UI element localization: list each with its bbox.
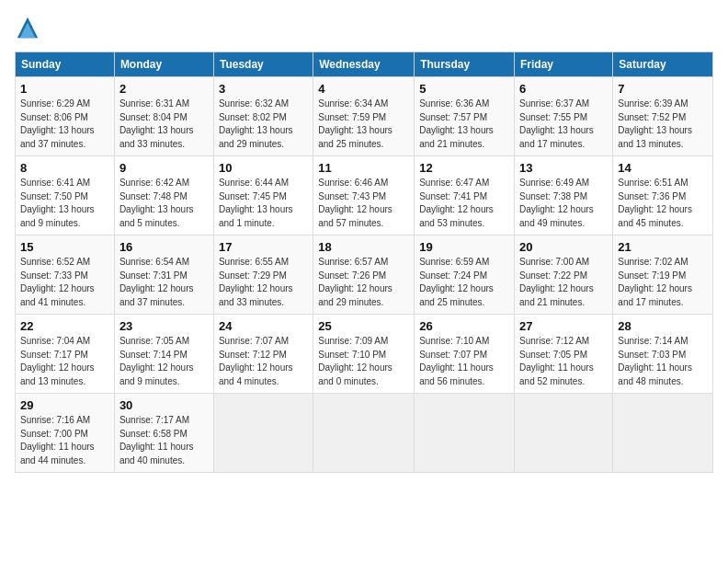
day-detail: Sunrise: 6:54 AM Sunset: 7:31 PM Dayligh… [119,256,209,309]
calendar-cell: 8Sunrise: 6:41 AM Sunset: 7:50 PM Daylig… [16,156,115,236]
week-row-2: 8Sunrise: 6:41 AM Sunset: 7:50 PM Daylig… [16,156,713,236]
calendar-cell: 1Sunrise: 6:29 AM Sunset: 8:06 PM Daylig… [16,77,115,156]
day-detail: Sunrise: 7:10 AM Sunset: 7:07 PM Dayligh… [419,335,509,388]
day-number: 16 [119,240,209,254]
day-detail: Sunrise: 7:16 AM Sunset: 7:00 PM Dayligh… [20,414,109,467]
day-number: 28 [618,319,708,333]
day-detail: Sunrise: 6:37 AM Sunset: 7:55 PM Dayligh… [519,98,608,151]
logo [15,15,44,40]
calendar-cell: 2Sunrise: 6:31 AM Sunset: 8:04 PM Daylig… [114,77,213,156]
day-number: 17 [219,240,308,254]
day-number: 15 [20,240,109,254]
column-header-friday: Friday [515,52,613,77]
day-detail: Sunrise: 6:34 AM Sunset: 7:59 PM Dayligh… [318,98,409,151]
logo-icon [15,15,40,40]
calendar-cell [415,394,515,473]
calendar-cell: 19Sunrise: 6:59 AM Sunset: 7:24 PM Dayli… [415,236,515,315]
calendar-cell [213,394,313,473]
day-number: 4 [318,82,409,96]
day-detail: Sunrise: 6:59 AM Sunset: 7:24 PM Dayligh… [419,256,509,309]
calendar-cell [313,394,415,473]
day-detail: Sunrise: 6:52 AM Sunset: 7:33 PM Dayligh… [20,256,109,309]
day-number: 6 [519,82,608,96]
day-number: 3 [219,82,308,96]
column-header-thursday: Thursday [415,52,515,77]
day-detail: Sunrise: 6:31 AM Sunset: 8:04 PM Dayligh… [119,98,209,151]
day-number: 19 [419,240,509,254]
day-number: 30 [119,398,209,412]
day-number: 11 [318,161,409,175]
day-detail: Sunrise: 7:14 AM Sunset: 7:03 PM Dayligh… [618,335,708,388]
calendar-cell: 27Sunrise: 7:12 AM Sunset: 7:05 PM Dayli… [515,315,613,394]
day-number: 12 [419,161,509,175]
day-detail: Sunrise: 7:05 AM Sunset: 7:14 PM Dayligh… [119,335,209,388]
calendar-cell: 10Sunrise: 6:44 AM Sunset: 7:45 PM Dayli… [213,156,313,236]
day-detail: Sunrise: 6:44 AM Sunset: 7:45 PM Dayligh… [219,177,308,230]
calendar-table: SundayMondayTuesdayWednesdayThursdayFrid… [15,52,713,473]
calendar-cell: 23Sunrise: 7:05 AM Sunset: 7:14 PM Dayli… [114,315,213,394]
day-detail: Sunrise: 6:46 AM Sunset: 7:43 PM Dayligh… [318,177,409,230]
day-number: 26 [419,319,509,333]
day-detail: Sunrise: 7:00 AM Sunset: 7:22 PM Dayligh… [519,256,608,309]
calendar-cell: 24Sunrise: 7:07 AM Sunset: 7:12 PM Dayli… [213,315,313,394]
week-row-3: 15Sunrise: 6:52 AM Sunset: 7:33 PM Dayli… [16,236,713,315]
day-number: 25 [318,319,409,333]
day-number: 29 [20,398,109,412]
calendar-cell: 21Sunrise: 7:02 AM Sunset: 7:19 PM Dayli… [613,236,713,315]
day-detail: Sunrise: 7:07 AM Sunset: 7:12 PM Dayligh… [219,335,308,388]
calendar-cell: 6Sunrise: 6:37 AM Sunset: 7:55 PM Daylig… [515,77,613,156]
calendar-cell: 22Sunrise: 7:04 AM Sunset: 7:17 PM Dayli… [16,315,115,394]
calendar-cell: 26Sunrise: 7:10 AM Sunset: 7:07 PM Dayli… [415,315,515,394]
week-row-4: 22Sunrise: 7:04 AM Sunset: 7:17 PM Dayli… [16,315,713,394]
day-number: 14 [618,161,708,175]
day-detail: Sunrise: 7:12 AM Sunset: 7:05 PM Dayligh… [519,335,608,388]
calendar-cell [613,394,713,473]
calendar-cell: 28Sunrise: 7:14 AM Sunset: 7:03 PM Dayli… [613,315,713,394]
calendar-cell: 12Sunrise: 6:47 AM Sunset: 7:41 PM Dayli… [415,156,515,236]
day-number: 21 [618,240,708,254]
day-detail: Sunrise: 6:42 AM Sunset: 7:48 PM Dayligh… [119,177,209,230]
day-number: 9 [119,161,209,175]
day-detail: Sunrise: 6:32 AM Sunset: 8:02 PM Dayligh… [219,98,308,151]
calendar-cell [515,394,613,473]
calendar-cell: 14Sunrise: 6:51 AM Sunset: 7:36 PM Dayli… [613,156,713,236]
calendar-cell: 4Sunrise: 6:34 AM Sunset: 7:59 PM Daylig… [313,77,415,156]
calendar-cell: 3Sunrise: 6:32 AM Sunset: 8:02 PM Daylig… [213,77,313,156]
calendar-cell: 16Sunrise: 6:54 AM Sunset: 7:31 PM Dayli… [114,236,213,315]
calendar-cell: 13Sunrise: 6:49 AM Sunset: 7:38 PM Dayli… [515,156,613,236]
day-number: 27 [519,319,608,333]
column-header-saturday: Saturday [613,52,713,77]
calendar-cell: 25Sunrise: 7:09 AM Sunset: 7:10 PM Dayli… [313,315,415,394]
day-number: 13 [519,161,608,175]
week-row-5: 29Sunrise: 7:16 AM Sunset: 7:00 PM Dayli… [16,394,713,473]
day-number: 5 [419,82,509,96]
day-detail: Sunrise: 6:39 AM Sunset: 7:52 PM Dayligh… [618,98,708,151]
column-header-tuesday: Tuesday [213,52,313,77]
day-number: 23 [119,319,209,333]
day-detail: Sunrise: 6:36 AM Sunset: 7:57 PM Dayligh… [419,98,509,151]
day-detail: Sunrise: 6:51 AM Sunset: 7:36 PM Dayligh… [618,177,708,230]
calendar-cell: 18Sunrise: 6:57 AM Sunset: 7:26 PM Dayli… [313,236,415,315]
day-number: 22 [20,319,109,333]
calendar-cell: 11Sunrise: 6:46 AM Sunset: 7:43 PM Dayli… [313,156,415,236]
day-detail: Sunrise: 7:02 AM Sunset: 7:19 PM Dayligh… [618,256,708,309]
day-number: 10 [219,161,308,175]
day-detail: Sunrise: 6:55 AM Sunset: 7:29 PM Dayligh… [219,256,308,309]
day-detail: Sunrise: 6:29 AM Sunset: 8:06 PM Dayligh… [20,98,109,151]
page-header [15,15,713,40]
calendar-cell: 7Sunrise: 6:39 AM Sunset: 7:52 PM Daylig… [613,77,713,156]
day-detail: Sunrise: 7:17 AM Sunset: 6:58 PM Dayligh… [119,414,209,467]
day-number: 20 [519,240,608,254]
calendar-cell: 5Sunrise: 6:36 AM Sunset: 7:57 PM Daylig… [415,77,515,156]
day-detail: Sunrise: 7:04 AM Sunset: 7:17 PM Dayligh… [20,335,109,388]
week-row-1: 1Sunrise: 6:29 AM Sunset: 8:06 PM Daylig… [16,77,713,156]
calendar-cell: 30Sunrise: 7:17 AM Sunset: 6:58 PM Dayli… [114,394,213,473]
day-number: 24 [219,319,308,333]
column-header-monday: Monday [114,52,213,77]
calendar-cell: 17Sunrise: 6:55 AM Sunset: 7:29 PM Dayli… [213,236,313,315]
day-number: 7 [618,82,708,96]
day-detail: Sunrise: 6:49 AM Sunset: 7:38 PM Dayligh… [519,177,608,230]
day-number: 2 [119,82,209,96]
calendar-cell: 9Sunrise: 6:42 AM Sunset: 7:48 PM Daylig… [114,156,213,236]
calendar-cell: 20Sunrise: 7:00 AM Sunset: 7:22 PM Dayli… [515,236,613,315]
